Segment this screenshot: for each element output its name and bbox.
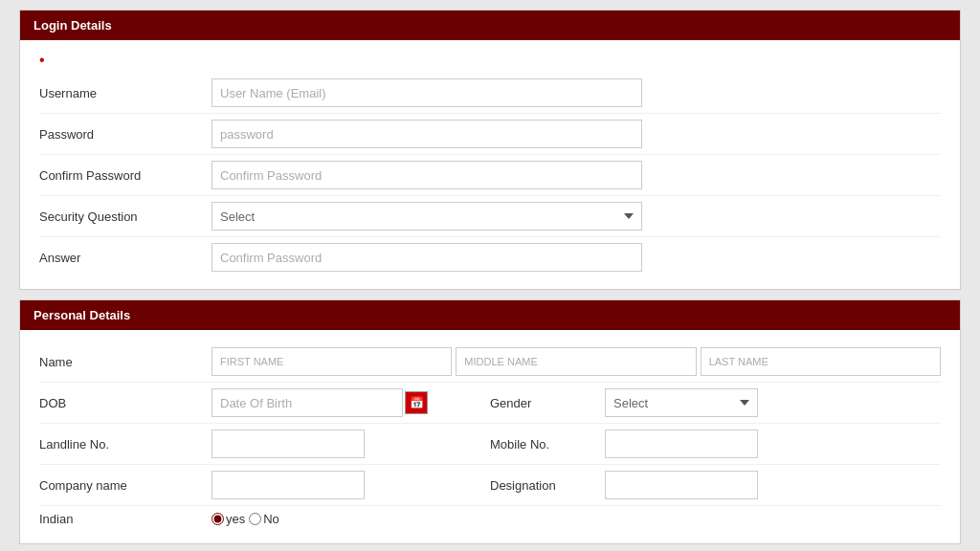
login-section-body: • Username Password Confirm Password Sec… [20, 40, 960, 289]
indian-no-text: No [263, 512, 279, 526]
dob-section: DOB 📅 [39, 388, 490, 417]
middle-name-input[interactable] [456, 347, 696, 376]
company-label: Company name [39, 478, 212, 493]
security-question-label: Security Question [39, 209, 212, 224]
landline-col: Landline No. [39, 430, 490, 458]
calendar-icon-symbol: 📅 [410, 396, 424, 409]
password-row: Password [39, 114, 941, 155]
indian-no-label[interactable]: No [249, 512, 279, 526]
dob-input-wrapper: 📅 [212, 388, 428, 417]
personal-section-header: Personal Details [20, 300, 960, 330]
name-inputs [212, 347, 941, 376]
dob-label: DOB [39, 396, 212, 410]
security-question-row: Security Question Select [39, 196, 941, 237]
password-label: Password [39, 127, 212, 142]
dob-gender-row: DOB 📅 Gender Select [39, 383, 941, 424]
landline-mobile-row: Landline No. Mobile No. [39, 424, 941, 465]
gender-select[interactable]: Select [605, 388, 758, 417]
first-name-input[interactable] [212, 347, 452, 376]
landline-input[interactable] [212, 430, 365, 458]
indian-radio-group: yes No [212, 512, 279, 526]
indian-yes-radio[interactable] [212, 513, 224, 525]
indian-row: Indian yes No [39, 506, 941, 532]
gender-section: Gender Select [490, 388, 941, 417]
indian-yes-label[interactable]: yes [212, 512, 245, 526]
security-question-select[interactable]: Select [212, 202, 642, 231]
indian-label: Indian [39, 512, 212, 526]
page-wrapper: Login Details • Username Password Confir… [0, 0, 980, 551]
password-input[interactable] [212, 120, 642, 148]
dob-input[interactable] [212, 388, 403, 417]
personal-details-section: Personal Details Name DOB [19, 299, 961, 544]
login-section-title: Login Details [33, 18, 112, 33]
answer-row: Answer [39, 237, 941, 277]
required-indicator: • [39, 52, 941, 69]
username-label: Username [39, 86, 212, 100]
personal-section-title: Personal Details [33, 308, 130, 322]
last-name-input[interactable] [701, 347, 941, 376]
landline-label: Landline No. [39, 437, 212, 452]
confirm-password-row: Confirm Password [39, 155, 941, 196]
confirm-password-label: Confirm Password [39, 168, 212, 183]
login-section-header: Login Details [20, 11, 960, 40]
indian-yes-text: yes [226, 512, 245, 526]
company-input[interactable] [212, 471, 365, 499]
name-row: Name [39, 342, 941, 383]
calendar-icon[interactable]: 📅 [405, 391, 428, 414]
personal-section-body: Name DOB 📅 [20, 330, 960, 543]
company-col: Company name [39, 471, 490, 499]
mobile-input[interactable] [605, 430, 758, 458]
designation-col: Designation [490, 471, 941, 499]
mobile-col: Mobile No. [490, 430, 941, 458]
indian-no-radio[interactable] [249, 513, 261, 525]
designation-input[interactable] [605, 471, 758, 499]
answer-input[interactable] [212, 243, 642, 272]
company-designation-row: Company name Designation [39, 465, 941, 506]
name-label: Name [39, 355, 212, 369]
username-input[interactable] [212, 78, 642, 107]
designation-label: Designation [490, 478, 605, 493]
gender-label: Gender [490, 396, 605, 410]
login-details-section: Login Details • Username Password Confir… [19, 10, 961, 290]
username-row: Username [39, 73, 941, 114]
answer-label: Answer [39, 251, 212, 265]
mobile-label: Mobile No. [490, 437, 605, 452]
confirm-password-input[interactable] [212, 161, 642, 189]
